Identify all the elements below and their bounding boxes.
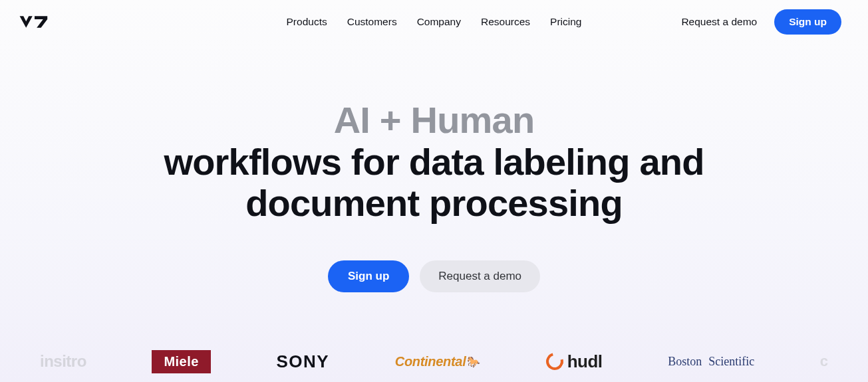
nav-customers[interactable]: Customers xyxy=(347,16,397,28)
signup-button-hero[interactable]: Sign up xyxy=(328,260,409,292)
logo-boston-scientific: Boston Scientific xyxy=(668,349,754,373)
swirl-icon xyxy=(543,349,567,373)
nav-resources[interactable]: Resources xyxy=(481,16,530,28)
main-header: Products Customers Company Resources Pri… xyxy=(0,0,868,44)
logo-continental: Continental🐎 xyxy=(395,349,480,373)
logo-sony: SONY xyxy=(277,349,330,373)
nav-right: Request a demo Sign up xyxy=(681,9,841,35)
logo-hudl: hudl xyxy=(546,349,603,373)
request-demo-link[interactable]: Request a demo xyxy=(681,16,757,28)
nav-products[interactable]: Products xyxy=(287,16,327,28)
logo-partial: c xyxy=(820,349,828,373)
request-demo-button-hero[interactable]: Request a demo xyxy=(420,260,540,292)
v7-logo[interactable] xyxy=(19,13,51,31)
customer-logos: insitro Miele SONY Continental🐎 hudl Bos… xyxy=(0,349,868,373)
hero-heading: AI + Human workflows for data labeling a… xyxy=(27,100,841,225)
main-nav: Products Customers Company Resources Pri… xyxy=(287,16,582,28)
logo-miele: Miele xyxy=(152,349,211,373)
hero-cta-group: Sign up Request a demo xyxy=(27,260,841,292)
signup-button-header[interactable]: Sign up xyxy=(774,9,841,35)
hero-line1: AI + Human xyxy=(27,100,841,142)
nav-pricing[interactable]: Pricing xyxy=(550,16,581,28)
hero-section: AI + Human workflows for data labeling a… xyxy=(0,100,868,292)
nav-company[interactable]: Company xyxy=(417,16,461,28)
hero-line3: document processing xyxy=(245,182,623,224)
hero-line2: workflows for data labeling and xyxy=(164,141,704,183)
logo-insitro: insitro xyxy=(40,349,86,373)
horse-icon: 🐎 xyxy=(467,355,480,368)
